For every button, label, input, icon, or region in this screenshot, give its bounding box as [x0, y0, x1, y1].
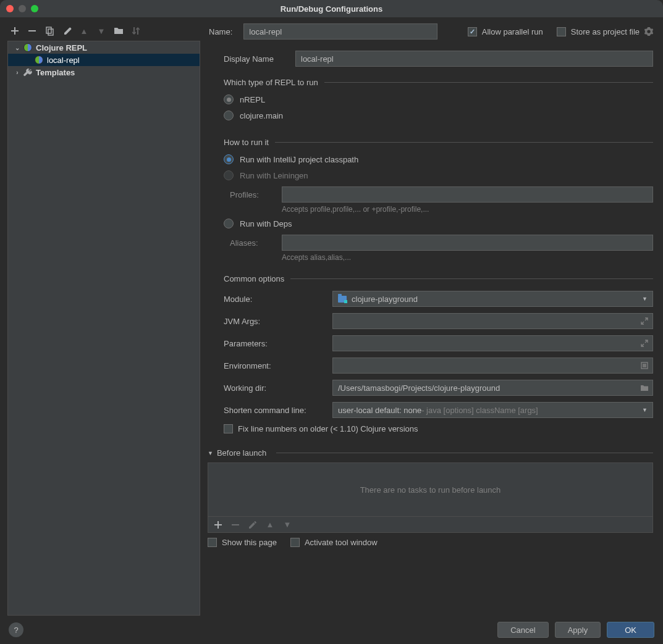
clojure-icon [34, 55, 44, 65]
aliases-row: Aliases: [230, 235, 653, 251]
module-select[interactable]: clojure-playground ▼ [332, 291, 653, 307]
checkbox-icon[interactable] [290, 538, 300, 547]
cancel-button[interactable]: Cancel [497, 622, 548, 638]
params-input[interactable] [332, 335, 653, 351]
jvm-input[interactable] [332, 313, 653, 329]
shorten-label: Shorten command line: [224, 406, 332, 415]
ok-button[interactable]: OK [607, 622, 654, 638]
radio-icon[interactable] [224, 94, 234, 104]
section-how-run: How to run it [224, 138, 653, 147]
profiles-label: Profiles: [230, 190, 282, 199]
before-launch-header[interactable]: ▼ Before launch [208, 448, 653, 458]
name-row: Name: Allow parallel run Store as projec… [208, 23, 653, 40]
checkbox-icon[interactable] [208, 538, 217, 547]
display-name-row: Display Name [224, 51, 653, 67]
tree-label: Clojure REPL [36, 43, 87, 52]
folder-icon[interactable] [114, 26, 124, 36]
edit-task-icon[interactable] [248, 520, 258, 530]
allow-parallel-checkbox[interactable]: Allow parallel run [468, 27, 543, 36]
edit-templates-icon[interactable] [62, 26, 72, 36]
tree-item-local-repl[interactable]: local-repl [8, 54, 200, 66]
footer: ? Cancel Apply OK [0, 616, 663, 644]
sidebar: ▲ ▼ ⌄ Clojure REPL local-repl › [7, 23, 200, 616]
name-input[interactable] [243, 23, 437, 40]
radio-deps[interactable]: Run with Deps [224, 219, 653, 228]
move-task-down-icon[interactable]: ▼ [282, 520, 292, 530]
radio-clojure-main[interactable]: clojure.main [224, 111, 653, 120]
svg-rect-7 [214, 524, 222, 525]
traffic-lights [6, 5, 38, 12]
minimize-window-icon[interactable] [19, 5, 26, 12]
config-tree[interactable]: ⌄ Clojure REPL local-repl › Templates [7, 41, 200, 616]
collapse-arrow-icon[interactable]: ▼ [208, 450, 213, 456]
aliases-label: Aliases: [230, 238, 282, 248]
close-window-icon[interactable] [6, 5, 14, 12]
move-task-up-icon[interactable]: ▲ [265, 520, 275, 530]
radio-nrepl[interactable]: nREPL [224, 94, 653, 104]
svg-rect-8 [232, 524, 239, 525]
chevron-down-icon: ▼ [642, 296, 648, 302]
expand-arrow-icon[interactable]: ⌄ [13, 44, 22, 51]
chevron-down-icon: ▼ [642, 407, 648, 413]
env-label: Environment: [224, 361, 332, 370]
apply-button[interactable]: Apply [555, 622, 601, 638]
copy-icon[interactable] [44, 26, 54, 36]
shorten-select[interactable]: user-local default: none - java [options… [332, 402, 653, 418]
params-row: Parameters: [224, 335, 653, 351]
browse-folder-icon[interactable] [640, 383, 649, 392]
help-button[interactable]: ? [9, 622, 23, 637]
show-page-checkbox[interactable]: Show this page [208, 538, 277, 547]
display-name-input[interactable] [295, 51, 653, 67]
add-icon[interactable] [10, 26, 20, 36]
remove-icon[interactable] [27, 26, 37, 36]
wrench-icon [23, 67, 33, 77]
tree-group-templates[interactable]: › Templates [8, 66, 200, 78]
aliases-hint: Accepts alias,alias,... [282, 253, 653, 262]
move-up-icon[interactable]: ▲ [79, 26, 89, 36]
titlebar: Run/Debug Configurations [0, 0, 663, 17]
empty-text: There are no tasks to run before launch [360, 485, 501, 495]
before-launch-toolbar: ▲ ▼ [208, 517, 653, 533]
aliases-input[interactable] [282, 235, 653, 251]
checkbox-icon[interactable] [468, 27, 477, 36]
tree-label: local-repl [47, 56, 80, 65]
workdir-row: Working dir: /Users/tamasbogi/Projects/c… [224, 380, 653, 396]
before-launch-list[interactable]: There are no tasks to run before launch [208, 462, 653, 517]
module-folder-icon [338, 296, 347, 303]
config-panel: Name: Allow parallel run Store as projec… [208, 23, 656, 616]
checkbox-icon[interactable] [557, 27, 566, 36]
section-common: Common options [224, 274, 653, 283]
expand-icon[interactable] [640, 317, 649, 325]
svg-rect-4 [48, 29, 53, 35]
display-name-label: Display Name [224, 54, 295, 64]
activate-tool-checkbox[interactable]: Activate tool window [290, 538, 378, 547]
allow-parallel-label: Allow parallel run [482, 27, 543, 36]
env-input[interactable] [332, 358, 653, 374]
svg-rect-2 [28, 30, 36, 31]
workdir-label: Working dir: [224, 383, 332, 393]
collapse-arrow-icon[interactable]: › [13, 69, 22, 76]
add-task-icon[interactable] [213, 520, 223, 530]
radio-icon [224, 170, 234, 180]
workdir-input[interactable]: /Users/tamasbogi/Projects/clojure-playgr… [332, 380, 653, 396]
radio-intellij-classpath[interactable]: Run with IntelliJ project classpath [224, 154, 653, 164]
radio-icon[interactable] [224, 219, 234, 228]
fix-lines-checkbox[interactable]: Fix line numbers on older (< 1.10) Cloju… [224, 424, 653, 433]
gear-icon[interactable] [644, 27, 653, 36]
radio-icon[interactable] [224, 111, 234, 120]
checkbox-icon[interactable] [224, 424, 233, 433]
sort-icon[interactable] [131, 26, 141, 36]
remove-task-icon[interactable] [230, 520, 240, 530]
clojure-icon [23, 43, 33, 52]
name-label: Name: [209, 27, 232, 36]
store-project-checkbox[interactable]: Store as project file [557, 27, 653, 36]
list-icon[interactable] [640, 361, 649, 370]
expand-icon[interactable] [640, 339, 649, 348]
radio-icon[interactable] [224, 154, 234, 164]
tree-group-clojure-repl[interactable]: ⌄ Clojure REPL [8, 41, 200, 54]
window-title: Run/Debug Configurations [281, 4, 382, 14]
move-down-icon[interactable]: ▼ [96, 26, 106, 36]
params-label: Parameters: [224, 339, 332, 348]
profiles-input[interactable] [282, 186, 653, 203]
maximize-window-icon[interactable] [31, 5, 38, 12]
